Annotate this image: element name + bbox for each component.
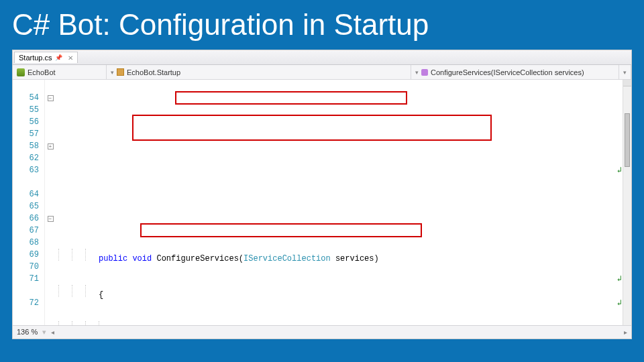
code-line: public void ConfigureServices(IServiceCo… bbox=[58, 249, 631, 261]
member-dropdown[interactable]: ▾ ConfigureServices(IServiceCollection s… bbox=[411, 65, 619, 79]
word-wrap-icon: ↲ bbox=[617, 273, 622, 285]
file-tab-startup[interactable]: Startup.cs 📌 ✕ bbox=[14, 52, 78, 63]
member-name: ConfigureServices(IServiceCollection ser… bbox=[431, 68, 584, 76]
fold-toggle-icon[interactable]: − bbox=[48, 95, 54, 101]
class-dropdown[interactable]: ▾ EchoBot.Startup bbox=[107, 65, 411, 79]
scroll-left-icon[interactable]: ◂ bbox=[51, 328, 54, 336]
close-tab-icon[interactable]: ✕ bbox=[68, 54, 73, 62]
fold-toggle-icon[interactable]: + bbox=[48, 143, 54, 149]
vertical-scrollbar[interactable] bbox=[623, 80, 631, 325]
member-nav-arrow[interactable]: ▾ bbox=[619, 65, 631, 79]
code-line bbox=[58, 213, 631, 225]
highlight-configureservices bbox=[175, 91, 407, 105]
scroll-right-icon[interactable]: ▸ bbox=[624, 328, 627, 336]
word-wrap-icon: ↲ bbox=[617, 164, 622, 176]
outlining-margin[interactable]: − + − bbox=[45, 80, 56, 325]
highlight-getsection bbox=[132, 115, 492, 141]
line-number-gutter: 54 55 56 57 58 62 63 64 65 66 67 68 69 7… bbox=[13, 80, 45, 325]
code-line: { bbox=[58, 285, 631, 297]
visual-studio-editor: Startup.cs 📌 ✕ EchoBot ▾ EchoBot.Startup… bbox=[12, 50, 632, 339]
scrollbar-thumb[interactable] bbox=[625, 113, 630, 167]
code-editor[interactable]: 54 55 56 57 58 62 63 64 65 66 67 68 69 7… bbox=[13, 80, 631, 325]
pin-icon[interactable]: 📌 bbox=[55, 54, 62, 61]
class-name: EchoBot.Startup bbox=[127, 68, 180, 76]
tab-label: Startup.cs bbox=[19, 54, 52, 62]
project-name: EchoBot bbox=[28, 68, 56, 76]
editor-status-bar: 136 % ▾ ◂ ▸ bbox=[13, 325, 631, 339]
code-area[interactable]: ↲ ↲ ↲ public void ConfigureServices(ISer… bbox=[56, 80, 631, 325]
csharp-project-icon bbox=[17, 68, 25, 76]
fold-toggle-icon[interactable]: − bbox=[48, 216, 54, 222]
word-wrap-icon: ↲ bbox=[617, 297, 622, 309]
navigation-bar: EchoBot ▾ EchoBot.Startup ▾ ConfigureSer… bbox=[13, 65, 631, 80]
dropdown-arrow-icon: ▾ bbox=[623, 69, 627, 76]
splitter-handle[interactable] bbox=[623, 80, 631, 86]
slide-title: C# Bot: Configuration in Startup bbox=[12, 8, 632, 42]
project-dropdown[interactable]: EchoBot bbox=[13, 65, 107, 79]
dropdown-arrow-icon: ▾ bbox=[415, 69, 419, 76]
document-tab-bar: Startup.cs 📌 ✕ bbox=[13, 50, 631, 65]
highlight-load bbox=[140, 223, 422, 237]
class-icon bbox=[117, 68, 124, 76]
method-icon bbox=[421, 69, 428, 76]
dropdown-arrow-icon: ▾ bbox=[111, 69, 114, 76]
zoom-level[interactable]: 136 % bbox=[17, 328, 38, 336]
